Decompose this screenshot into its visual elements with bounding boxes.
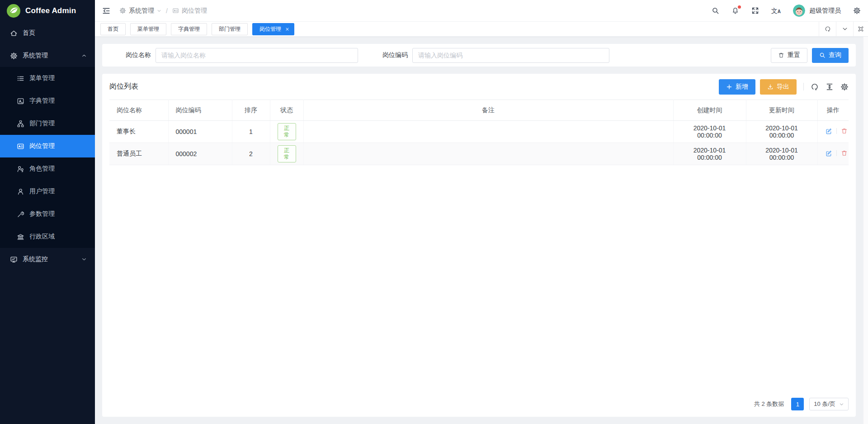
table-header-row: 岗位名称 岗位编码 排序 状态 备注 创建时间 更新时间 操作 bbox=[109, 100, 849, 121]
sidebar-group-monitor[interactable]: 系统监控 bbox=[0, 248, 95, 271]
sidebar-item-dict-mgmt[interactable]: 字典管理 bbox=[0, 90, 95, 112]
maximize-icon bbox=[858, 26, 864, 32]
sidebar-item-role-mgmt[interactable]: 角色管理 bbox=[0, 157, 95, 180]
search-icon[interactable] bbox=[712, 7, 719, 14]
divider bbox=[803, 83, 804, 91]
sidebar-item-menu-mgmt[interactable]: 菜单管理 bbox=[0, 67, 95, 90]
sidebar-item-label: 部门管理 bbox=[29, 119, 55, 128]
tab-options-button[interactable] bbox=[836, 22, 853, 36]
col-created: 创建时间 bbox=[673, 100, 746, 121]
sidebar-item-post-mgmt[interactable]: 岗位管理 bbox=[0, 135, 95, 157]
app-logo[interactable]: Coffee Admin bbox=[0, 0, 95, 22]
col-post-code: 岗位编码 bbox=[168, 100, 232, 121]
list-icon bbox=[17, 75, 24, 82]
delete-icon[interactable] bbox=[841, 150, 848, 157]
tab-dict-mgmt[interactable]: 字典管理 bbox=[171, 23, 207, 35]
sidebar: Coffee Admin 首页 系统管理 菜单管理 字典管理 部门管理 岗位管理… bbox=[0, 0, 95, 424]
edit-icon[interactable] bbox=[825, 150, 832, 157]
chevron-up-icon bbox=[81, 53, 87, 58]
delete-icon[interactable] bbox=[841, 128, 848, 134]
post-table: 岗位名称 岗位编码 排序 状态 备注 创建时间 更新时间 操作 董事长 0000… bbox=[109, 100, 849, 165]
table-settings-gear-icon[interactable] bbox=[840, 83, 849, 91]
settings-gear-icon[interactable] bbox=[853, 7, 861, 14]
divider bbox=[836, 150, 837, 156]
table-row: 董事长 000001 1 正常 2020-10-01 00:00:00 2020… bbox=[109, 121, 849, 143]
divider bbox=[836, 128, 837, 134]
notifications-button[interactable] bbox=[731, 7, 739, 14]
query-button[interactable]: 查询 bbox=[812, 48, 849, 63]
tab-menu-mgmt[interactable]: 菜单管理 bbox=[130, 23, 166, 35]
card-title: 岗位列表 bbox=[109, 82, 138, 91]
pagination-page-1[interactable]: 1 bbox=[791, 398, 804, 410]
tab-label: 部门管理 bbox=[219, 25, 241, 33]
page-size-value: 10 条/页 bbox=[814, 400, 835, 408]
card-header-actions: 新增 导出 bbox=[719, 79, 849, 95]
cell-sort: 1 bbox=[232, 121, 270, 143]
refresh-tab-button[interactable] bbox=[819, 22, 836, 36]
tab-label: 菜单管理 bbox=[137, 25, 159, 33]
monitor-icon bbox=[10, 256, 18, 263]
user-icon bbox=[17, 188, 24, 195]
post-code-label: 岗位编码 bbox=[366, 51, 408, 59]
cell-post-code: 000002 bbox=[168, 143, 232, 165]
post-list-card: 岗位列表 新增 导出 bbox=[102, 74, 856, 417]
export-button[interactable]: 导出 bbox=[760, 79, 797, 95]
tab-label: 字典管理 bbox=[178, 25, 200, 33]
sidebar-group-system[interactable]: 系统管理 bbox=[0, 44, 95, 67]
scrollbar-track[interactable] bbox=[863, 37, 868, 424]
search-buttons: 重置 查询 bbox=[771, 48, 849, 63]
topbar-actions: 文A 超级管理员 bbox=[712, 5, 861, 17]
sidebar-item-home[interactable]: 首页 bbox=[0, 22, 95, 44]
gear-icon bbox=[10, 52, 18, 60]
table-row: 普通员工 000002 2 正常 2020-10-01 00:00:00 202… bbox=[109, 143, 849, 165]
maximize-content-button[interactable] bbox=[853, 22, 868, 36]
sidebar-item-user-mgmt[interactable]: 用户管理 bbox=[0, 180, 95, 203]
tab-home[interactable]: 首页 bbox=[100, 23, 126, 35]
cell-remark bbox=[303, 121, 673, 143]
user-menu[interactable]: 超级管理员 bbox=[793, 5, 841, 17]
badge-icon bbox=[172, 7, 179, 14]
badge-icon bbox=[17, 143, 24, 150]
language-switch-icon[interactable]: 文A bbox=[771, 8, 781, 14]
cell-post-name: 普通员工 bbox=[109, 143, 168, 165]
org-tree-icon bbox=[17, 120, 24, 128]
notification-dot bbox=[738, 5, 741, 9]
trash-icon bbox=[778, 52, 784, 58]
sidebar-item-label: 角色管理 bbox=[29, 165, 55, 173]
collapse-sidebar-icon[interactable] bbox=[102, 7, 110, 15]
post-name-input[interactable] bbox=[156, 48, 358, 63]
cell-actions bbox=[817, 121, 849, 143]
pagination: 共 2 条数据 1 10 条/页 bbox=[109, 392, 849, 417]
sidebar-item-region[interactable]: 行政区域 bbox=[0, 225, 95, 248]
page-size-select[interactable]: 10 条/页 bbox=[809, 398, 849, 410]
cell-created: 2020-10-01 00:00:00 bbox=[673, 121, 746, 143]
edit-icon[interactable] bbox=[825, 128, 832, 135]
topbar: 系统管理 / 岗位管理 文A 超级管理员 bbox=[95, 0, 868, 22]
chevron-down-icon bbox=[839, 402, 844, 407]
sidebar-item-label: 岗位管理 bbox=[29, 142, 55, 150]
reset-button[interactable]: 重置 bbox=[771, 48, 807, 63]
breadcrumb-section[interactable]: 系统管理 bbox=[119, 7, 161, 15]
post-code-input[interactable] bbox=[412, 48, 609, 63]
col-status: 状态 bbox=[270, 100, 303, 121]
row-height-icon[interactable] bbox=[826, 83, 834, 91]
sidebar-item-label: 参数管理 bbox=[29, 210, 55, 218]
tab-close-icon[interactable] bbox=[285, 27, 289, 31]
form-item-post-code: 岗位编码 bbox=[366, 48, 609, 63]
sidebar-item-dept-mgmt[interactable]: 部门管理 bbox=[0, 112, 95, 135]
cell-status: 正常 bbox=[270, 143, 303, 165]
chevron-down-icon bbox=[81, 257, 87, 262]
username: 超级管理员 bbox=[809, 7, 841, 15]
refresh-icon[interactable] bbox=[811, 83, 819, 91]
add-button[interactable]: 新增 bbox=[719, 79, 755, 95]
tab-dept-mgmt[interactable]: 部门管理 bbox=[212, 23, 248, 35]
sidebar-submenu-system: 菜单管理 字典管理 部门管理 岗位管理 角色管理 用户管理 参数管理 行政区域 bbox=[0, 67, 95, 248]
tab-post-mgmt[interactable]: 岗位管理 bbox=[252, 23, 294, 35]
cell-actions bbox=[817, 143, 849, 165]
sidebar-item-param-mgmt[interactable]: 参数管理 bbox=[0, 203, 95, 225]
fullscreen-icon[interactable] bbox=[751, 7, 759, 14]
search-icon bbox=[819, 52, 826, 58]
tabbar: 首页 菜单管理 字典管理 部门管理 岗位管理 bbox=[95, 22, 868, 37]
leaf-logo-icon bbox=[6, 4, 21, 18]
cell-updated: 2020-10-01 00:00:00 bbox=[746, 143, 817, 165]
